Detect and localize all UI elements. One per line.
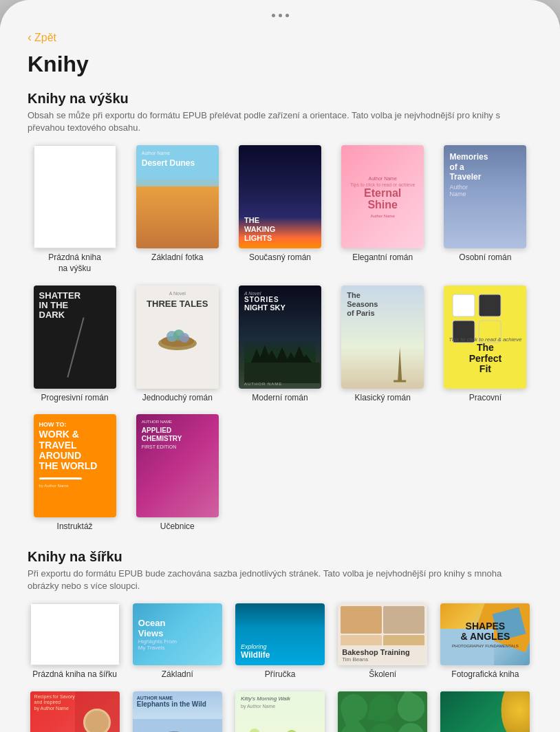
cover-sub: Tim Beans <box>342 656 423 663</box>
book-item-exploring[interactable]: Exploring Wildlife Příručka <box>233 603 327 680</box>
book-item-plants[interactable]: Introduction to Plants Přednáška <box>336 691 430 732</box>
book-item-three-tales[interactable]: A Novel THREE TALES <box>130 286 224 404</box>
book-item-desert-dunes[interactable]: Author Name Desert Dunes Základní fotka <box>130 145 224 274</box>
svg-rect-17 <box>133 719 222 732</box>
book-cover-three-tales: A Novel THREE TALES <box>136 286 219 389</box>
cover-how: HOW TO: <box>39 421 111 428</box>
cover-art: Kitty's Morning Walk by Author Name <box>235 691 325 732</box>
bowl-icon <box>83 709 111 732</box>
cover-art: Memoriesof aTraveler AuthorName <box>444 145 526 248</box>
cover-author-top: Author Name <box>369 176 397 181</box>
book-cover-night-sky: A Novel STORIES NIGHT SKY <box>239 286 321 389</box>
cover-author: AUTHOR NAME <box>137 696 218 700</box>
book-cover-exploring: Exploring Wildlife <box>235 603 325 665</box>
book-cover-desert-dunes: Author Name Desert Dunes <box>136 145 219 248</box>
cover-art: OceanViews Highlights FromMy Travels <box>133 603 222 665</box>
cover-author: AUTHOR NAME <box>142 420 213 424</box>
cover-text-area: Bakeshop Training Tim Beans <box>338 645 427 665</box>
book-item-bakeshop[interactable]: Bakeshop Training Tim Beans Školení <box>336 603 430 680</box>
book-item-night-sky[interactable]: A Novel STORIES NIGHT SKY <box>233 286 327 404</box>
cover-art: Exploring Wildlife <box>235 603 325 665</box>
book-item-ramen[interactable]: Recipes for Savoryand Inspiredby Author … <box>28 691 122 732</box>
book-cover-waking-lights: THEWAKINGLIGHTS <box>239 145 321 248</box>
book-label: Fotografická kniha <box>451 669 519 680</box>
cover-title: THEWAKINGLIGHTS <box>244 216 316 244</box>
cover-art: AUTHOR NAME APPLIEDCHEMISTRY FIRST EDITI… <box>136 414 219 517</box>
dot-3 <box>286 14 289 17</box>
book-item-chemistry[interactable]: AUTHOR NAME APPLIEDCHEMISTRY FIRST EDITI… <box>130 414 224 532</box>
book-item-memories[interactable]: Memoriesof aTraveler AuthorName Osobní r… <box>438 145 532 274</box>
book-item-morning-walk[interactable]: Kitty's Morning Walk by Author Name Poví… <box>233 691 327 732</box>
cover-art: Introduction to Plants <box>338 691 427 732</box>
book-cover-elephants: AUTHOR NAME Elephants in the Wild <box>133 691 222 732</box>
cover-title: TheSeasonsof Paris <box>347 291 418 319</box>
book-cover-ocean-views: OceanViews Highlights FromMy Travels <box>133 603 222 665</box>
cover-sub: Highlights FromMy Travels <box>138 638 217 651</box>
book-item-shatter[interactable]: SHATTERIN THEDARK Progresivní román <box>28 286 122 404</box>
cover-sub: Author Name <box>371 214 395 218</box>
landscape-books-grid: Prázdná kniha na šířku OceanViews Highli… <box>28 603 532 732</box>
back-button[interactable]: ‹ Zpět <box>28 30 532 45</box>
status-dots <box>272 14 289 17</box>
book-cover-empty-portrait <box>34 145 116 248</box>
cover-title: Kitty's Morning Walk <box>241 696 290 702</box>
cover-bar <box>39 477 82 480</box>
book-label: Prázdná kniha na šířku <box>32 669 117 680</box>
book-item-eternal-shine[interactable]: Author Name Tips to click to read or ach… <box>336 145 430 274</box>
book-item-waking-lights[interactable]: THEWAKINGLIGHTS Současný román <box>233 145 327 274</box>
book-item-seasons[interactable]: TheSeasonsof Paris Klasický román <box>336 286 430 404</box>
book-label: Moderní román <box>252 393 308 404</box>
svg-rect-13 <box>453 294 475 316</box>
page-content: ‹ Zpět Knihy Knihy na výšku Obsah se můž… <box>0 30 560 732</box>
svg-point-4 <box>180 333 189 343</box>
book-label: Osobní román <box>459 252 511 263</box>
book-label: Současný román <box>249 252 311 263</box>
book-cover-empty-landscape <box>30 603 120 665</box>
cover-title: Desert Dunes <box>142 158 213 168</box>
book-cover-work-travel: HOW TO: WORK &TRAVELAROUNDTHE WORLD by A… <box>34 414 116 517</box>
img1 <box>341 606 382 634</box>
cover-art: Tips to click to read & achieve ThePerfe… <box>444 286 526 389</box>
svg-rect-14 <box>479 294 501 316</box>
book-item-empty-landscape[interactable]: Prázdná kniha na šířku <box>28 603 122 680</box>
book-label: Klasický román <box>355 393 411 404</box>
cover-art <box>34 145 116 248</box>
cover-nest <box>157 317 198 352</box>
leaf3 <box>392 691 427 726</box>
book-item-elephants[interactable]: AUTHOR NAME Elephants in the Wild <box>130 691 224 732</box>
book-label: Prázdná knihana výšku <box>48 252 101 274</box>
book-label: Instruktáž <box>57 521 93 532</box>
book-cover-memories: Memoriesof aTraveler AuthorName <box>444 145 526 248</box>
book-item-shapes[interactable]: SHAPES& ANGLES PHOTOGRAPHY FUNDAMENTALS … <box>438 603 532 680</box>
cover-art: TheSeasonsof Paris <box>341 286 424 389</box>
cell-inner <box>502 691 530 732</box>
book-label: Učebnice <box>160 521 195 532</box>
landscape-section-title: Knihy na šířku <box>28 549 532 565</box>
cover-author: by Author Name <box>241 704 275 709</box>
cover-edition: FIRST EDITION <box>142 444 213 449</box>
book-item-cell-biology[interactable]: THESTUDY OFCELLBIOLOGY Obrázková učebnic… <box>438 691 532 732</box>
cover-author: AuthorName <box>449 184 521 197</box>
book-item-work-travel[interactable]: HOW TO: WORK &TRAVELAROUNDTHE WORLD by A… <box>28 414 122 532</box>
cover-night: NIGHT SKY <box>244 303 316 312</box>
cover-title: SHATTERIN THEDARK <box>39 291 111 321</box>
cover-art: HOW TO: WORK &TRAVELAROUNDTHE WORLD by A… <box>34 414 116 517</box>
device-frame: ‹ Zpět Knihy Knihy na výšku Obsah se můž… <box>0 0 560 732</box>
cover-art: Recipes for Savoryand Inspiredby Author … <box>30 691 120 732</box>
cover-title: WORK &TRAVELAROUNDTHE WORLD <box>39 429 111 472</box>
cover-title: OceanViews <box>138 618 217 638</box>
cover-stories: STORIES <box>244 296 316 303</box>
page-title: Knihy <box>28 52 532 77</box>
book-cover-cell-biology: THESTUDY OFCELLBIOLOGY <box>440 691 530 732</box>
book-item-perfect-fit[interactable]: Tips to click to read & achieve ThePerfe… <box>438 286 532 404</box>
cover-art: A Novel THREE TALES <box>136 286 219 389</box>
book-item-empty-portrait[interactable]: Prázdná knihana výšku <box>28 145 122 274</box>
book-label: Pracovní <box>469 393 502 404</box>
cover-title: ThePerfectFit <box>444 343 526 374</box>
dot-2 <box>279 14 282 17</box>
book-item-ocean-views[interactable]: OceanViews Highlights FromMy Travels Zák… <box>130 603 224 680</box>
cover-title: EternalShine <box>364 187 401 211</box>
back-label[interactable]: Zpět <box>34 32 56 44</box>
book-cover-perfect-fit: Tips to click to read & achieve ThePerfe… <box>444 286 526 389</box>
book-label: Jednoduchý román <box>142 393 213 404</box>
